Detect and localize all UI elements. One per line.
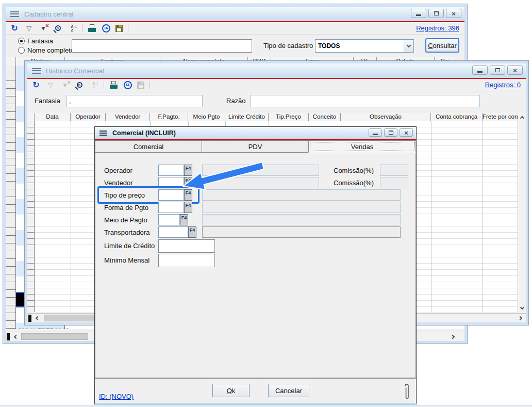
scroll-right-icon[interactable] — [517, 314, 525, 322]
meio-pagto-f4-button[interactable]: F4 — [180, 214, 188, 225]
print-icon[interactable] — [109, 80, 119, 90]
cancelar-button[interactable]: Cancelar — [268, 384, 309, 397]
menu-icon[interactable] — [10, 11, 19, 17]
minimize-button[interactable] — [472, 66, 488, 75]
tab-pdv[interactable]: PDV — [202, 140, 309, 153]
operador-input[interactable] — [158, 165, 184, 176]
save-icon[interactable] — [115, 25, 123, 32]
vendedor-nome-field — [202, 177, 319, 188]
column-header[interactable]: Conceito — [309, 113, 341, 121]
fantasia-label: Fantasia — [35, 97, 60, 105]
column-header[interactable]: F.Pagto. — [150, 113, 188, 121]
filter-icon[interactable]: ▽ — [24, 24, 34, 33]
tab-label: Comercial — [134, 143, 164, 151]
transportadora-f4-button[interactable]: F4 — [188, 226, 196, 238]
forma-pgto-input[interactable] — [158, 202, 184, 213]
tipo-preco-input[interactable] — [158, 189, 184, 201]
cadastro-titlebar[interactable]: Cadastro central × — [6, 7, 464, 21]
column-header[interactable]: Operador — [71, 113, 106, 121]
save-icon-disabled — [137, 82, 144, 89]
column-header[interactable]: Meio Pgto — [188, 113, 225, 121]
filter-icon-disabled: ▽ — [46, 80, 55, 90]
comissao1-input[interactable] — [380, 165, 408, 176]
close-button[interactable]: × — [446, 9, 461, 18]
minimo-mensal-input[interactable] — [158, 254, 215, 267]
meio-pagto-nome-field — [202, 214, 401, 225]
menu-icon[interactable] — [32, 68, 41, 74]
operador-label: Operador — [104, 167, 132, 174]
scroll-left-icon[interactable] — [32, 314, 41, 322]
column-header[interactable]: Data — [35, 113, 71, 121]
meio-pagto-input[interactable] — [158, 214, 180, 225]
column-header[interactable]: Tip.Preço — [269, 113, 309, 121]
transportadora-input[interactable] — [158, 226, 188, 238]
registros-link[interactable]: Registros: 0 — [485, 81, 521, 89]
radio-nome-completo[interactable] — [18, 47, 25, 54]
tipo-cadastro-label: Tipo de cadastro — [263, 42, 313, 50]
close-button[interactable]: × — [507, 66, 523, 75]
minimize-button[interactable] — [369, 128, 382, 137]
comissao2-input[interactable] — [380, 177, 408, 188]
historico-titlebar[interactable]: Histórico Comercial × — [27, 63, 526, 78]
column-header[interactable]: Observação — [341, 113, 431, 121]
ia-icon[interactable]: IA — [102, 24, 110, 32]
radio-fantasia-label: Fantasia — [27, 37, 53, 45]
tab-vendas[interactable]: Vendas — [308, 140, 416, 153]
transportadora-label: Transportadora — [104, 229, 149, 236]
scroll-up-icon[interactable] — [518, 113, 526, 121]
maximize-button[interactable] — [384, 128, 397, 137]
historico-vscrollbar[interactable] — [518, 113, 526, 312]
scroll-left-icon[interactable] — [11, 333, 19, 341]
forma-pgto-f4-button[interactable]: F4 — [184, 202, 192, 213]
minimize-button[interactable] — [411, 9, 426, 18]
clear-filter-icon-disabled: ▼× — [60, 80, 70, 90]
limite-credito-input[interactable] — [158, 239, 215, 253]
operador-f4-button[interactable]: F4 — [184, 165, 192, 176]
column-header[interactable]: Conta cobrança — [431, 113, 483, 121]
tipo-cadastro-value: TODOS — [315, 42, 404, 50]
scroll-down-icon[interactable] — [518, 304, 526, 312]
column-header[interactable]: Limite Crédito — [225, 113, 269, 121]
tipo-preco-f4-button[interactable]: F4 — [184, 189, 192, 201]
forma-pgto-label: Forma de Pgto — [104, 204, 148, 211]
search-icon[interactable]: n — [75, 80, 84, 90]
maximize-button[interactable] — [490, 66, 505, 75]
close-button[interactable]: × — [400, 128, 413, 137]
column-header[interactable]: Frete por conta E — [483, 113, 518, 121]
fantasia-input[interactable] — [66, 95, 203, 107]
ia-icon[interactable]: IA — [124, 81, 132, 89]
id-novo-link[interactable]: ID: (NOVO) — [99, 393, 134, 400]
registros-link[interactable]: Registros: 396 — [416, 24, 459, 32]
menu-icon[interactable] — [99, 131, 107, 136]
scroll-right-icon[interactable] — [449, 333, 457, 341]
screen-bottom-line — [0, 405, 532, 406]
razao-label: Razão — [226, 97, 246, 105]
refresh-icon[interactable]: ↻ — [10, 24, 19, 33]
tab-label: PDV — [248, 143, 262, 151]
dialog-footer: ID: (NOVO) Ok Cancelar — [95, 378, 416, 403]
clear-filter-icon[interactable]: ▼× — [39, 24, 48, 33]
radio-fantasia[interactable] — [18, 38, 25, 44]
sort-az-icon[interactable]: AZ↓ — [68, 24, 77, 33]
consultar-label: Consultar — [428, 42, 457, 50]
column-header[interactable]: Vendedor — [106, 113, 150, 121]
consultar-button[interactable]: Consultar — [425, 38, 459, 53]
historico-toolbar: ↻ ▽ ▼× n AZ↓ IA Registros: 0 — [27, 79, 526, 91]
row-header-cell — [6, 57, 16, 66]
scroll-lock-mark — [7, 333, 10, 340]
tipo-preco-label: Tipo de preço — [104, 191, 145, 199]
ok-button[interactable]: Ok — [212, 384, 250, 397]
dropdown-arrow-icon[interactable] — [404, 40, 413, 52]
refresh-icon[interactable]: ↻ — [31, 80, 41, 90]
maximize-button[interactable] — [428, 9, 444, 18]
scroll-thumb[interactable] — [21, 333, 88, 340]
cadastro-toolbar: ↻ ▽ ▼× n AZ↓ IA Registros: 396 — [6, 22, 464, 35]
tab-comercial[interactable]: Comercial — [95, 140, 202, 153]
minimo-mensal-label: Mínimo Mensal — [104, 256, 149, 264]
razao-input[interactable] — [250, 95, 480, 107]
dialog-titlebar[interactable]: Comercial (INCLUIR) × — [95, 127, 416, 139]
search-icon[interactable]: n — [53, 24, 62, 33]
search-input[interactable] — [72, 39, 252, 53]
print-icon[interactable] — [88, 24, 97, 33]
tipo-cadastro-select[interactable]: TODOS — [315, 39, 414, 53]
